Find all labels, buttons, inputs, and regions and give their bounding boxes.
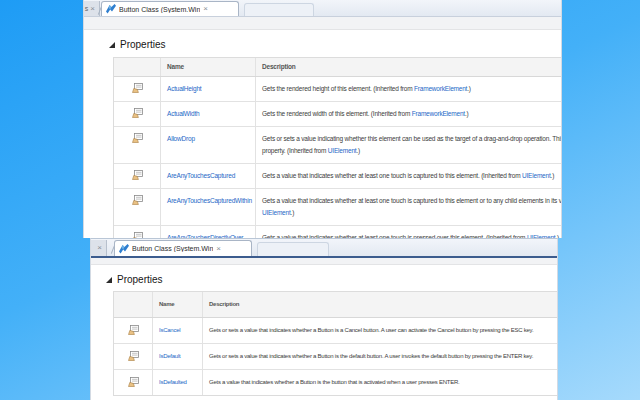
- browser-window-top: s × Button Class (System.Win × Propertie…: [83, 0, 562, 238]
- inherited-from-link[interactable]: FrameworkElement: [414, 85, 467, 92]
- property-description: Gets a value that indicates whether a Bu…: [202, 370, 557, 395]
- close-icon[interactable]: ×: [97, 244, 102, 252]
- property-description: Gets or sets a value that indicates whet…: [202, 344, 557, 369]
- table-row: IsDefault Gets or sets a value that indi…: [114, 344, 557, 370]
- table-body: ActualHeight Gets the rendered height of…: [114, 77, 562, 238]
- property-description: Gets a value that indicates whether at l…: [255, 189, 562, 225]
- property-name-link-cell: IsDefaulted: [152, 370, 202, 395]
- tab-button-class[interactable]: Button Class (System.Win ×: [101, 1, 239, 16]
- header-description: Description: [255, 58, 562, 76]
- table-row: ActualWidth Gets the rendered width of t…: [114, 102, 562, 127]
- header-name: Name: [160, 58, 255, 76]
- property-name-link[interactable]: IsDefaulted: [159, 379, 187, 385]
- property-description: Gets a value that indicates whether at l…: [255, 226, 562, 238]
- tab-stub[interactable]: [257, 242, 329, 256]
- property-icon: [114, 226, 160, 238]
- description-text: Gets or sets a value that indicates whet…: [209, 353, 533, 359]
- description-text: Gets the rendered height of this element…: [262, 85, 414, 92]
- tab-title: Button Class (System.Win: [119, 6, 200, 13]
- inherited-from-link[interactable]: UIElement: [522, 172, 551, 179]
- close-icon[interactable]: ×: [216, 245, 221, 253]
- close-icon[interactable]: ×: [90, 5, 95, 13]
- property-description: Gets or sets a value that indicates whet…: [202, 318, 557, 343]
- description-text: Gets or sets a value that indicates whet…: [209, 327, 533, 333]
- tab-bar: s × Button Class (System.Win ×: [84, 0, 561, 17]
- table-row: AreAnyTouchesDirectlyOver Gets a value t…: [114, 226, 562, 238]
- description-text: Gets a value that indicates whether at l…: [262, 172, 522, 179]
- property-icon: [114, 189, 160, 225]
- property-name-link-cell: AreAnyTouchesCaptured: [160, 164, 255, 188]
- close-icon[interactable]: ×: [203, 5, 208, 13]
- property-icon: [114, 164, 160, 188]
- browser-window-bottom: × Button Class (System.Win × Properties …: [90, 238, 558, 400]
- collapse-expander-icon[interactable]: [106, 277, 112, 283]
- property-description: Gets the rendered height of this element…: [255, 77, 562, 101]
- tab-partial[interactable]: ×: [91, 240, 107, 256]
- table-row: AreAnyTouchesCaptured Gets a value that …: [114, 164, 562, 189]
- property-name-link[interactable]: IsDefault: [159, 353, 180, 359]
- description-suffix: .): [465, 110, 469, 117]
- property-icon: [114, 77, 160, 101]
- table-row: AllowDrop Gets or sets a value indicatin…: [114, 127, 562, 164]
- table-row: AreAnyTouchesCapturedWithin Gets a value…: [114, 189, 562, 226]
- msdn-logo-icon: [119, 244, 129, 254]
- tab-partial-label: s: [85, 5, 89, 12]
- property-name-link-cell: AreAnyTouchesDirectlyOver: [160, 226, 255, 238]
- property-description: Gets or sets a value indicating whether …: [255, 127, 562, 163]
- header-name: Name: [152, 292, 202, 317]
- property-name-link-cell: AllowDrop: [160, 127, 255, 163]
- table-row: ActualHeight Gets the rendered height of…: [114, 77, 562, 102]
- description-suffix: .): [291, 209, 295, 216]
- properties-table: Name Description ActualHeight Gets the r…: [113, 57, 562, 238]
- header-description: Description: [202, 292, 557, 317]
- table-header-row: Name Description: [114, 58, 562, 77]
- property-icon: [114, 344, 152, 369]
- inherited-from-link[interactable]: FrameworkElement: [412, 110, 465, 117]
- toolbar-remnant: [91, 258, 557, 265]
- property-name-link[interactable]: AreAnyTouchesCapturedWithin: [167, 197, 252, 204]
- property-name-link-cell: IsCancel: [152, 318, 202, 343]
- property-icon: [114, 318, 152, 343]
- property-icon: [114, 127, 160, 163]
- table-body: IsCancel Gets or sets a value that indic…: [114, 318, 557, 395]
- property-name-link[interactable]: ActualWidth: [167, 110, 199, 117]
- property-name-link[interactable]: AllowDrop: [167, 135, 195, 142]
- property-name-link-cell: IsDefault: [152, 344, 202, 369]
- inherited-from-link[interactable]: UIElement: [328, 147, 357, 154]
- property-name-link[interactable]: ActualHeight: [167, 85, 201, 92]
- property-icon: [114, 370, 152, 395]
- section-title: Properties: [117, 274, 163, 285]
- property-name-link-cell: ActualWidth: [160, 102, 255, 126]
- description-suffix: .): [551, 172, 555, 179]
- header-icon-column: [114, 58, 160, 76]
- tab-button-class[interactable]: Button Class (System.Win ×: [114, 240, 252, 256]
- tab-bar: × Button Class (System.Win ×: [91, 239, 557, 258]
- property-name-link-cell: AreAnyTouchesCapturedWithin: [160, 189, 255, 225]
- section-title: Properties: [120, 39, 166, 50]
- description-text: Gets a value that indicates whether at l…: [262, 197, 562, 204]
- properties-table: Name Description IsCancel Gets or sets a…: [113, 291, 558, 396]
- description-text: Gets or sets a value indicating whether …: [262, 135, 562, 154]
- tab-stub[interactable]: [244, 3, 314, 16]
- collapse-expander-icon[interactable]: [109, 42, 115, 48]
- property-name-link[interactable]: AreAnyTouchesCaptured: [167, 172, 235, 179]
- property-name-link-cell: ActualHeight: [160, 77, 255, 101]
- inherited-from-link[interactable]: UIElement: [262, 209, 291, 216]
- description-suffix: .): [467, 85, 471, 92]
- tab-title: Button Class (System.Win: [132, 245, 213, 252]
- table-header-row: Name Description: [114, 292, 557, 318]
- header-icon-column: [114, 292, 152, 317]
- property-description: Gets the rendered width of this element.…: [255, 102, 562, 126]
- properties-section-header[interactable]: Properties: [109, 39, 561, 50]
- msdn-logo-icon: [106, 4, 116, 14]
- description-text: Gets a value that indicates whether a Bu…: [209, 379, 459, 385]
- table-row: IsCancel Gets or sets a value that indic…: [114, 318, 557, 344]
- property-description: Gets a value that indicates whether at l…: [255, 164, 562, 188]
- description-text: Gets the rendered width of this element.…: [262, 110, 412, 117]
- toolbar-remnant: [84, 17, 561, 30]
- properties-section-header[interactable]: Properties: [106, 274, 557, 285]
- table-row: IsDefaulted Gets a value that indicates …: [114, 370, 557, 395]
- property-name-link[interactable]: IsCancel: [159, 327, 180, 333]
- description-suffix: .): [356, 147, 360, 154]
- property-icon: [114, 102, 160, 126]
